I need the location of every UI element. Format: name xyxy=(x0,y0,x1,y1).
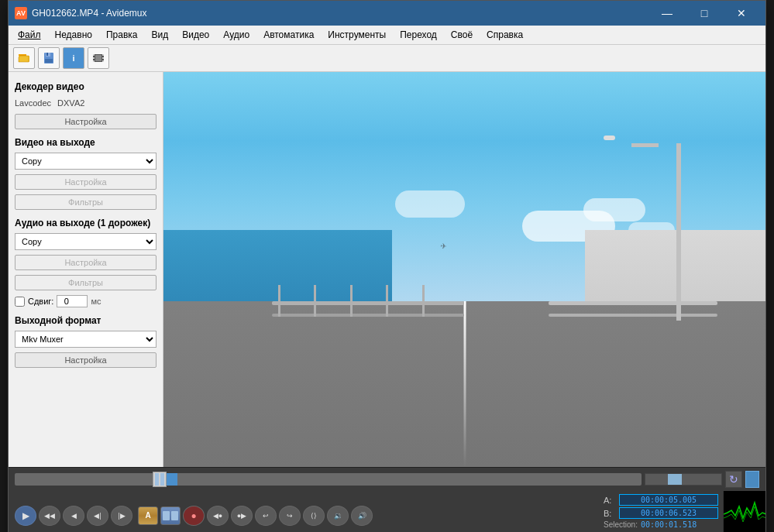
toolbar-info-button[interactable]: i xyxy=(63,47,84,69)
rewind-button[interactable]: ◀ xyxy=(63,506,84,526)
refresh-button[interactable]: ↻ xyxy=(725,471,742,488)
rail-post4 xyxy=(386,285,388,317)
svg-rect-13 xyxy=(95,55,101,61)
app-icon: AV xyxy=(15,7,27,19)
loop-button[interactable]: ↩ xyxy=(255,506,277,526)
audio-filters-button[interactable]: Фильтры xyxy=(15,275,157,290)
rewind-fast-button[interactable]: ◀◀ xyxy=(39,506,60,526)
lamp-post xyxy=(676,143,681,321)
video-decoder-title: Декодер видео xyxy=(15,81,157,92)
svg-rect-16 xyxy=(163,511,170,520)
menu-auto[interactable]: Автоматика xyxy=(257,27,320,43)
menu-video[interactable]: Видео xyxy=(176,27,215,43)
output-format-title: Выходной формат xyxy=(15,315,157,326)
maximize-button[interactable]: □ xyxy=(686,1,722,26)
title-bar-left: AV GH012662.MP4 - Avidemux xyxy=(15,7,147,19)
timeline-area: ↻ xyxy=(9,468,765,491)
rail-left-top xyxy=(272,301,465,305)
bottom-controls: ↻ ▶ ◀◀ ◀ ◀| |▶ A ● ◀● ●▶ xyxy=(9,467,765,532)
lamp-head xyxy=(604,136,615,140)
video-filters-button[interactable]: Фильтры xyxy=(15,194,157,210)
video-scene: ✈ xyxy=(163,72,765,467)
play-button[interactable]: ▶ xyxy=(15,506,36,526)
selection-label: Selection: xyxy=(604,520,638,529)
output-format-select[interactable]: Mkv Muxer Mp4 Muxer Avi Muxer Mp3 Muxer xyxy=(15,331,157,348)
volume-up-button[interactable]: 🔊 xyxy=(351,506,373,526)
main-content: Декодер видео Lavcodec DXVA2 Настройка В… xyxy=(9,72,765,467)
menu-file[interactable]: Файл xyxy=(12,27,47,43)
close-button[interactable]: ✕ xyxy=(724,1,759,26)
video-output-select[interactable]: Copy Mpeg4 ASP (Xvid4) Mpeg4 AVC (x264) … xyxy=(15,153,157,170)
next-cut-button[interactable]: ●▶ xyxy=(231,506,253,526)
toolbar-save-button[interactable] xyxy=(38,47,60,69)
title-bar-controls: — □ ✕ xyxy=(649,1,759,26)
mark-a-button[interactable]: A xyxy=(138,506,158,525)
svg-rect-8 xyxy=(93,57,95,59)
audio-output-select[interactable]: Copy AAC MP3 AC3 None xyxy=(15,233,157,250)
playback-bar: ▶ ◀◀ ◀ ◀| |▶ A ● ◀● ●▶ ↩ ↪ ⟨⟩ 🔉 xyxy=(9,491,599,532)
decoder-settings-button[interactable]: Настройка xyxy=(15,114,157,129)
shift-checkbox[interactable] xyxy=(15,297,25,307)
menu-goto[interactable]: Переход xyxy=(394,27,443,43)
menu-recent[interactable]: Недавно xyxy=(49,27,98,43)
toolbar-open-button[interactable] xyxy=(13,47,35,69)
record-button[interactable]: ● xyxy=(183,506,205,526)
main-window: AV GH012662.MP4 - Avidemux — □ ✕ Файл Не… xyxy=(8,0,766,532)
timeline-track[interactable] xyxy=(15,473,642,486)
next-frame-button[interactable]: |▶ xyxy=(111,506,132,526)
unloop-button[interactable]: ↪ xyxy=(279,506,301,526)
audio-settings-button[interactable]: Настройка xyxy=(15,255,157,270)
cloud4 xyxy=(395,190,465,218)
rail-right-bottom xyxy=(549,314,717,317)
menu-audio[interactable]: Аудио xyxy=(217,27,256,43)
svg-rect-4 xyxy=(46,53,48,56)
section-button[interactable]: ⟨⟩ xyxy=(303,506,325,526)
shift-input[interactable] xyxy=(57,295,88,307)
svg-rect-12 xyxy=(102,60,104,62)
output-format-select-row: Mkv Muxer Mp4 Muxer Avi Muxer Mp3 Muxer xyxy=(15,331,157,348)
decoder-codec: Lavcodec xyxy=(15,98,51,108)
menu-bar: Файл Недавно Правка Вид Видео Аудио Авто… xyxy=(9,26,765,45)
rail-post2 xyxy=(314,285,316,317)
menu-edit[interactable]: Правка xyxy=(100,27,144,43)
playback-row: ▶ ◀◀ ◀ ◀| |▶ A ● ◀● ●▶ ↩ ↪ ⟨⟩ 🔉 xyxy=(9,491,765,532)
decoder-accel: DXVA2 xyxy=(57,98,84,108)
airplane: ✈ xyxy=(440,242,447,251)
svg-rect-5 xyxy=(45,59,53,63)
ms-label: мс xyxy=(91,297,101,306)
mini-timeline[interactable] xyxy=(645,473,722,486)
mark-ab-button[interactable] xyxy=(160,506,181,525)
format-settings-button[interactable]: Настройка xyxy=(15,352,157,368)
toolbar-filmstrip-button[interactable] xyxy=(88,47,109,69)
selection-row: Selection: 00:00:01.518 xyxy=(604,520,718,529)
selection-time: 00:00:01.518 xyxy=(641,520,697,529)
timeline-thumb[interactable] xyxy=(153,472,167,487)
audio-output-select-row: Copy AAC MP3 AC3 None xyxy=(15,233,157,250)
prev-frame-button[interactable]: ◀| xyxy=(87,506,108,526)
waveform-display xyxy=(723,491,765,532)
menu-help[interactable]: Справка xyxy=(480,27,529,43)
position-indicator xyxy=(745,471,759,488)
menu-custom[interactable]: Своё xyxy=(445,27,479,43)
b-label: B: xyxy=(604,509,616,518)
svg-rect-10 xyxy=(102,54,104,56)
cloud2 xyxy=(583,198,645,221)
title-bar: AV GH012662.MP4 - Avidemux — □ ✕ xyxy=(9,1,765,26)
lamp-arm xyxy=(631,143,659,147)
right-info-panel: A: 00:00:05.005 B: 00:00:06.523 Selectio… xyxy=(599,491,723,532)
a-marker-row: A: 00:00:05.005 xyxy=(604,494,718,506)
menu-tools[interactable]: Инструменты xyxy=(322,27,392,43)
volume-down-button[interactable]: 🔉 xyxy=(327,506,349,526)
window-title: GH012662.MP4 - Avidemux xyxy=(32,8,147,19)
video-settings-button[interactable]: Настройка xyxy=(15,174,157,190)
svg-rect-11 xyxy=(102,57,104,59)
minimize-button[interactable]: — xyxy=(649,1,685,26)
svg-rect-0 xyxy=(19,54,26,56)
svg-rect-15 xyxy=(160,473,164,486)
menu-view[interactable]: Вид xyxy=(146,27,175,43)
mini-timeline-area: ↻ xyxy=(645,471,759,488)
rail-post5 xyxy=(422,285,425,317)
prev-cut-button[interactable]: ◀● xyxy=(207,506,229,526)
decoder-row: Lavcodec DXVA2 xyxy=(15,97,157,109)
rail-post3 xyxy=(350,285,353,317)
